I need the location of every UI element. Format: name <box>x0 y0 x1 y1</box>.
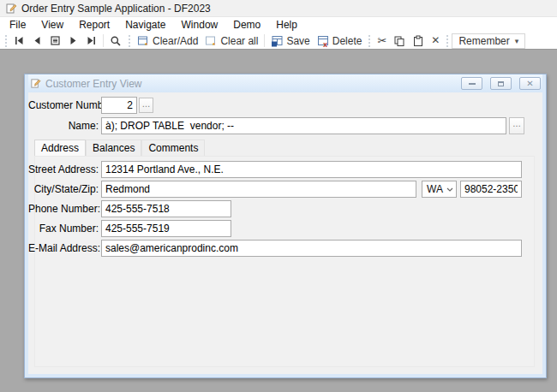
svg-text:*: * <box>145 40 148 47</box>
menu-demo[interactable]: Demo <box>225 18 268 32</box>
name-input[interactable] <box>101 117 506 134</box>
app-icon <box>5 3 17 15</box>
find-button[interactable] <box>106 33 125 49</box>
clear-field-button[interactable]: ✕ <box>428 33 443 48</box>
search-icon <box>110 35 122 47</box>
minimize-button[interactable] <box>461 77 482 90</box>
last-record-icon <box>86 35 97 46</box>
name-browse-button[interactable]: … <box>509 117 524 134</box>
app-titlebar[interactable]: Order Entry Sample Application - DF2023 <box>0 0 557 17</box>
close-icon: ✕ <box>526 80 533 88</box>
customer-entry-form: Customer Number: … Name: … Address Balan… <box>28 92 542 374</box>
toolbar-grip[interactable] <box>129 35 130 47</box>
menu-window[interactable]: Window <box>174 18 226 32</box>
paste-button[interactable] <box>409 33 428 49</box>
customer-entry-icon <box>30 78 41 89</box>
tab-comments[interactable]: Comments <box>141 140 205 157</box>
toolbar-grip[interactable] <box>368 35 370 47</box>
previous-record-icon <box>32 35 43 46</box>
clear-all-button[interactable]: * Clear all <box>201 33 261 49</box>
name-label: Name: <box>28 117 99 134</box>
delete-label: Delete <box>332 35 362 47</box>
customer-number-label: Customer Number: <box>28 97 99 114</box>
svg-text:x: x <box>323 40 327 47</box>
email-address-label: E-Mail Address: <box>28 240 99 257</box>
remember-label: Remember <box>458 35 509 47</box>
menu-file[interactable]: File <box>2 18 33 32</box>
last-record-button[interactable] <box>82 33 100 48</box>
mdi-client-area: Customer Entry View ✕ Customer Number: …… <box>0 50 557 391</box>
cut-icon: ✂ <box>377 35 386 46</box>
delete-button[interactable]: x Delete <box>314 33 366 49</box>
cut-button[interactable]: ✂ <box>374 33 390 48</box>
email-address-input[interactable] <box>101 240 522 257</box>
menu-report[interactable]: Report <box>71 18 117 32</box>
list-records-button[interactable] <box>46 33 64 48</box>
copy-button[interactable] <box>390 33 409 49</box>
app-title: Order Entry Sample Application - DF2023 <box>21 3 211 15</box>
delete-icon: x <box>317 35 330 47</box>
next-record-icon <box>68 35 79 46</box>
city-state-zip-label: City/State/Zip: <box>28 181 99 198</box>
chevron-down-icon <box>446 187 453 192</box>
maximize-icon <box>498 81 504 86</box>
customer-number-input[interactable] <box>101 97 137 114</box>
clear-add-icon: * <box>137 35 150 47</box>
maximize-button[interactable] <box>490 77 512 90</box>
copy-icon <box>393 35 405 47</box>
street-address-label: Street Address: <box>28 161 99 178</box>
previous-record-button[interactable] <box>28 33 46 48</box>
city-input[interactable] <box>101 181 416 198</box>
state-value: WA <box>427 183 443 195</box>
toolbar-grip[interactable] <box>446 35 448 47</box>
save-button[interactable]: Save <box>267 33 313 49</box>
zip-input[interactable] <box>460 181 522 198</box>
svg-text:*: * <box>213 40 216 47</box>
chevron-down-icon: ▾ <box>515 37 519 45</box>
list-records-icon <box>50 35 61 46</box>
first-record-button[interactable] <box>10 33 28 48</box>
clear-all-label: Clear all <box>220 35 258 47</box>
toolbar-separator <box>103 34 104 47</box>
phone-number-label: Phone Number: <box>28 200 99 217</box>
customer-number-browse-button[interactable]: … <box>139 98 153 113</box>
state-select[interactable]: WA <box>422 181 457 198</box>
clear-add-label: Clear/Add <box>153 35 198 47</box>
tab-strip: Address Balances Comments <box>34 140 205 157</box>
street-address-input[interactable] <box>101 161 522 178</box>
remember-dropdown-button[interactable]: Remember ▾ <box>452 33 525 49</box>
menu-view[interactable]: View <box>33 18 71 32</box>
menu-bar: File View Report Navigate Window Demo He… <box>0 17 557 33</box>
tab-balances[interactable]: Balances <box>86 140 141 157</box>
toolbar-separator <box>264 34 265 47</box>
customer-entry-window: Customer Entry View ✕ Customer Number: …… <box>24 74 547 378</box>
close-button[interactable]: ✕ <box>519 77 541 90</box>
fax-number-label: Fax Number: <box>28 220 99 237</box>
menu-navigate[interactable]: Navigate <box>117 18 173 32</box>
minimize-icon <box>469 83 476 85</box>
save-label: Save <box>286 35 309 47</box>
next-record-button[interactable] <box>64 33 82 48</box>
clear-all-icon: * <box>205 35 218 47</box>
tab-address[interactable]: Address <box>34 140 86 157</box>
x-icon: ✕ <box>431 35 440 46</box>
child-window-titlebar[interactable]: Customer Entry View ✕ <box>28 74 542 92</box>
first-record-icon <box>14 35 25 46</box>
paste-icon <box>412 35 424 47</box>
fax-number-input[interactable] <box>101 220 231 237</box>
toolbar: * Clear/Add * Clear all Save x Delete ✂ <box>0 33 557 50</box>
toolbar-grip[interactable] <box>5 35 7 47</box>
save-icon <box>271 35 284 47</box>
clear-add-button[interactable]: * Clear/Add <box>134 33 201 49</box>
child-window-title: Customer Entry View <box>45 78 453 90</box>
phone-number-input[interactable] <box>101 200 231 217</box>
menu-help[interactable]: Help <box>268 18 305 32</box>
